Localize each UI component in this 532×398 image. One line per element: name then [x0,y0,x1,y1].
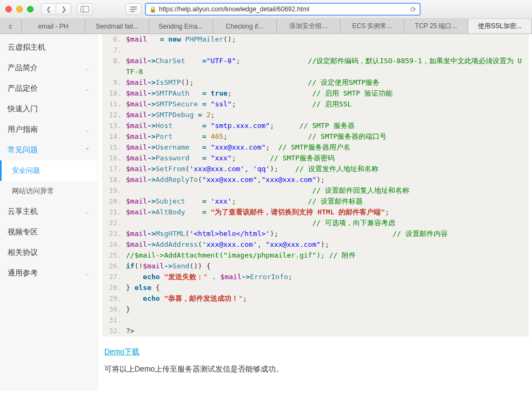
window-controls [5,6,34,12]
line-code: $mail->AddReplyTo("xxx@xxx.com","xxx@xxx… [126,174,529,185]
line-code: //$mail->AddAttachment("images/phpmailer… [126,250,529,261]
sidebar-subitem[interactable]: 安全问题 [0,160,97,181]
code-line: 21.$mail->AltBody = "为了查看该邮件，请切换到支持 HTML… [102,207,529,218]
chevron-icon: ⌄ [85,208,90,215]
line-number: 20. [102,196,126,207]
demo-download-link[interactable]: Demo下载 [104,347,139,357]
code-line: 30.} [102,304,529,315]
code-line: 8.$mail->CharSet ="UTF-8"; //设定邮件编码，默认IS… [102,56,529,77]
code-line: 19. // 设置邮件回复人地址和名称 [102,185,529,196]
line-number: 18. [102,174,126,185]
line-code: $mail->CharSet ="UTF-8"; //设定邮件编码，默认ISO-… [126,56,529,77]
sidebar-item-label: 快速入门 [8,104,38,114]
line-number: 31. [102,315,126,326]
line-number: 29. [102,293,126,304]
code-line: 6.$mail = new PHPMailer(); [102,34,529,45]
browser-tab[interactable]: TCP 25 端口... [404,19,468,33]
line-number: 15. [102,142,126,153]
sidebar-item[interactable]: 用户指南⌄ [0,119,97,140]
code-line: 17.$mail->SetFrom('xxx@xxx.com', 'qq'); … [102,164,529,174]
sidebar-subitem[interactable]: 网站访问异常 [0,181,97,201]
browser-tab[interactable]: Checking if... [213,19,277,33]
sidebar-item[interactable]: 相关协议 [0,242,97,263]
line-number: 27. [102,272,126,282]
line-code: $mail->SMTPDebug = 2; [126,110,529,120]
chevron-icon: ⌄ [85,85,90,92]
line-number: 8. [102,56,126,77]
code-line: 15.$mail->Username = "xxx@xxx.com"; // S… [102,142,529,153]
browser-tab[interactable]: email - PH [22,19,85,33]
sidebar-item[interactable]: 产品定价⌄ [0,78,97,99]
line-number: 11. [102,99,126,110]
line-number: 9. [102,77,126,88]
sidebar-item-label: 用户指南 [8,125,38,134]
sidebar-item[interactable]: 常见问题⌃ [0,140,97,160]
reader-button[interactable] [125,3,142,15]
chevron-icon: ⌄ [85,270,90,277]
line-number: 6. [102,34,126,45]
sidebar-item[interactable]: 产品简介⌄ [0,58,97,78]
minimize-window-button[interactable] [16,6,23,12]
line-code: // 可选项，向下兼容考虑 [126,218,529,228]
line-code: $mail->SMTPAuth = true; // 启用 SMTP 验证功能 [126,88,529,99]
code-line: 28.} else { [102,282,529,293]
line-code: ?> [126,326,529,336]
line-code: $mail->IsSMTP(); // 设定使用SMTP服务 [126,77,529,88]
lock-icon: 🔒 [149,6,157,13]
code-line: 16.$mail->Password = "xxx"; // SMTP服务器密码 [102,153,529,164]
line-code [126,315,529,326]
sidebar-item[interactable]: 云虚拟主机 [0,37,97,58]
browser-tab[interactable]: ECS 实例常... [341,19,404,33]
browser-tab[interactable]: 使用SSL加密... [468,19,532,33]
line-code [126,45,529,56]
code-line: 9.$mail->IsSMTP(); // 设定使用SMTP服务 [102,77,529,88]
sidebar-item[interactable]: 云享主机⌄ [0,201,97,222]
line-number: 7. [102,45,126,56]
sidebar-item-label: 云虚拟主机 [8,43,45,52]
address-bar[interactable]: 🔒 https://help.aliyun.com/knowledge_deta… [145,3,421,16]
browser-tab[interactable]: 添加安全组... [277,19,341,33]
show-sidebar-button[interactable] [77,3,93,15]
nav-buttons: ❮ ❯ [41,3,71,15]
line-code: $mail->Subject = 'xxx'; // 设置邮件标题 [126,196,529,207]
line-code: if(!$mail->Send()) { [126,261,529,272]
code-line: 13.$mail->Host = "smtp.xxx.com"; // SMTP… [102,120,529,131]
url-text: https://help.aliyun.com/knowledge_detail… [159,5,407,13]
reload-button[interactable]: ⟳ [410,5,416,14]
line-number: 14. [102,131,126,142]
sidebar-item-label: 云享主机 [8,207,38,217]
line-code: } else { [126,282,529,293]
sidebar-item[interactable]: 通用参考⌄ [0,263,97,284]
close-window-button[interactable] [5,6,12,12]
sidebar-item-label: 产品定价 [8,84,38,93]
back-button[interactable]: ❮ [41,3,56,15]
line-number: 28. [102,282,126,293]
forward-button[interactable]: ❯ [56,3,71,15]
code-line: 29. echo "恭喜，邮件发送成功！"; [102,293,529,304]
browser-tab[interactable]: Sendmail fail... [85,19,149,33]
zoom-window-button[interactable] [27,6,34,12]
code-line: 10.$mail->SMTPAuth = true; // 启用 SMTP 验证… [102,88,529,99]
line-code: $mail->Password = "xxx"; // SMTP服务器密码 [126,153,529,164]
code-line: 11.$mail->SMTPSecure = "ssl"; // 启用SSL [102,99,529,110]
code-line: 7. [102,45,529,56]
line-number: 19. [102,185,126,196]
line-number: 32. [102,326,126,336]
browser-titlebar: ❮ ❯ 🔒 https://help.aliyun.com/knowledge_… [0,0,532,19]
svg-rect-0 [81,6,89,12]
line-code: $mail = new PHPMailer(); [126,34,529,45]
line-number: 23. [102,228,126,239]
sidebar-item[interactable]: 视频专区 [0,222,97,242]
sidebar-item[interactable]: 快速入门 [0,99,97,119]
line-code: $mail->MsgHTML('<html>helo</html>'); // … [126,228,529,239]
sidebar-item-label: 通用参考 [8,268,38,278]
code-line: 32.?> [102,326,529,336]
line-number: 10. [102,88,126,99]
page-content: 云虚拟主机产品简介⌄产品定价⌄快速入门用户指南⌄常见问题⌃安全问题网站访问异常云… [0,34,532,390]
browser-tab[interactable]: Sending Ema... [149,19,213,33]
code-line: 26.if(!$mail->Send()) { [102,261,529,272]
browser-tab[interactable]: c [0,19,22,33]
line-number: 26. [102,261,126,272]
line-code: $mail->Username = "xxx@xxx.com"; // SMTP… [126,142,529,153]
code-line: 27. echo "发送失败：" . $mail->ErrorInfo; [102,272,529,282]
